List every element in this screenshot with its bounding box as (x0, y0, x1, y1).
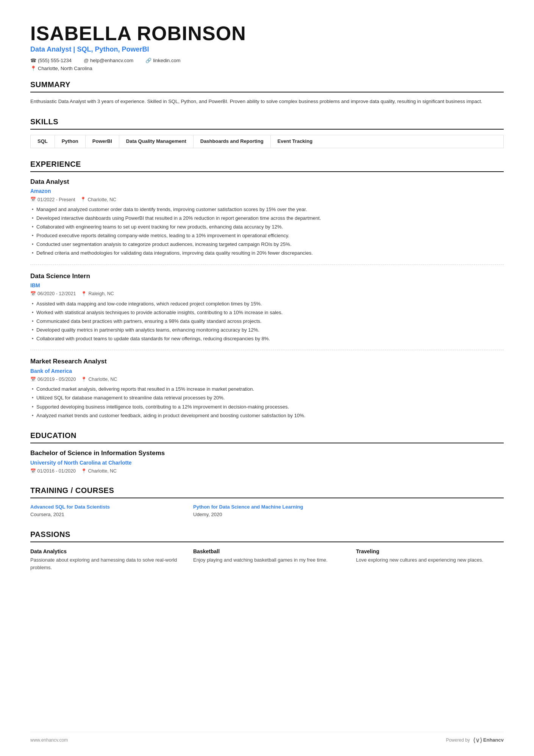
enhancv-logo: ⟨∨⟩ Enhancv (473, 736, 504, 745)
passion-description: Love exploring new cultures and experien… (356, 556, 504, 564)
skill-item: Data Quality Management (119, 135, 194, 148)
pin-icon: 📍 (81, 291, 87, 297)
bullet-item: Supported developing business intelligen… (30, 403, 504, 411)
skills-list: SQLPythonPowerBIData Quality ManagementD… (30, 135, 504, 148)
experience-entries: Data Analyst Amazon 📅 01/2022 - Present … (30, 177, 504, 419)
exp-location: 📍 Raleigh, NC (81, 290, 114, 297)
summary-text: Enthusiastic Data Analyst with 3 years o… (30, 98, 504, 106)
edu-location: 📍 Charlotte, NC (81, 468, 117, 474)
training-provider: Udemy, 2020 (193, 511, 341, 518)
phone-icon: ☎ (30, 57, 36, 64)
passion-description: Enjoy playing and watching basketball ga… (193, 556, 341, 564)
bullet-item: Analyzed market trends and customer feed… (30, 412, 504, 419)
training-provider: Coursera, 2021 (30, 511, 178, 518)
candidate-title: Data Analyst | SQL, Python, PowerBI (30, 44, 504, 54)
edu-meta: 📅 01/2016 - 01/2020 📍 Charlotte, NC (30, 468, 504, 474)
training-item: Python for Data Science and Machine Lear… (193, 504, 341, 518)
bullet-item: Communicated data best practices with pa… (30, 318, 504, 325)
job-title: Market Research Analyst (30, 357, 504, 366)
passion-item: Basketball Enjoy playing and watching ba… (193, 548, 341, 571)
exp-dates: 📅 06/2019 - 05/2020 (30, 376, 76, 383)
bullet-item: Managed and analyzed customer order data… (30, 206, 504, 213)
experience-entry: Data Science Intern IBM 📅 06/2020 - 12/2… (30, 272, 504, 351)
exp-bullets: Conducted market analysis, delivering re… (30, 385, 504, 419)
calendar-icon: 📅 (30, 376, 36, 383)
contact-row: ☎ (555) 555-1234 @ help@enhancv.com 🔗 li… (30, 57, 504, 64)
training-title: TRAINING / COURSES (30, 485, 504, 498)
email-contact: @ help@enhancv.com (84, 57, 133, 64)
skill-item: Dashboards and Reporting (194, 135, 271, 148)
job-title: Data Analyst (30, 177, 504, 187)
skills-title: SKILLS (30, 116, 504, 130)
skills-section: SKILLS SQLPythonPowerBIData Quality Mana… (30, 116, 504, 148)
training-name: Python for Data Science and Machine Lear… (193, 504, 341, 511)
bullet-item: Collaborated with engineering teams to s… (30, 223, 504, 231)
bullet-item: Conducted market analysis, delivering re… (30, 385, 504, 393)
footer-website: www.enhancv.com (30, 737, 68, 743)
bullet-item: Developed quality metrics in partnership… (30, 326, 504, 334)
exp-dates: 📅 01/2022 - Present (30, 196, 75, 203)
skill-item: SQL (31, 135, 55, 148)
passion-item: Traveling Love exploring new cultures an… (356, 548, 504, 571)
exp-dates: 📅 06/2020 - 12/2021 (30, 290, 76, 297)
passions-grid: Data Analytics Passionate about explorin… (30, 548, 504, 571)
exp-location: 📍 Charlotte, NC (81, 376, 117, 383)
education-entry: Bachelor of Science in Information Syste… (30, 449, 504, 474)
page-footer: www.enhancv.com Powered by ⟨∨⟩ Enhancv (30, 732, 504, 745)
bullet-item: Collaborated with product teams to updat… (30, 335, 504, 343)
training-section: TRAINING / COURSES Advanced SQL for Data… (30, 485, 504, 518)
exp-location: 📍 Charlotte, NC (80, 196, 116, 203)
location-row: 📍 Charlotte, North Carolina (30, 65, 504, 72)
candidate-name: ISABELLA ROBINSON (30, 23, 504, 44)
exp-bullets: Assisted with data mapping and low-code … (30, 300, 504, 343)
pin-icon: 📍 (80, 196, 86, 203)
linkedin-icon: 🔗 (145, 57, 151, 64)
company-name: Amazon (30, 187, 504, 195)
location-icon: 📍 (30, 65, 36, 72)
bullet-item: Produced executive reports detailing com… (30, 232, 504, 239)
passion-title: Basketball (193, 548, 341, 555)
summary-section: SUMMARY Enthusiastic Data Analyst with 3… (30, 79, 504, 106)
linkedin-contact: 🔗 linkedin.com (145, 57, 180, 64)
pin-icon: 📍 (81, 376, 87, 383)
calendar-icon: 📅 (30, 468, 36, 474)
bullet-item: Developed interactive dashboards using P… (30, 214, 504, 222)
passion-description: Passionate about exploring and harnessin… (30, 556, 178, 571)
bullet-item: Defined criteria and methodologies for v… (30, 249, 504, 257)
school-name: University of North Carolina at Charlott… (30, 459, 504, 466)
experience-section: EXPERIENCE Data Analyst Amazon 📅 01/2022… (30, 159, 504, 419)
pin-icon: 📍 (81, 468, 87, 474)
degree-title: Bachelor of Science in Information Syste… (30, 449, 504, 458)
exp-bullets: Managed and analyzed customer order data… (30, 206, 504, 257)
exp-meta: 📅 06/2020 - 12/2021 📍 Raleigh, NC (30, 290, 504, 297)
passion-item: Data Analytics Passionate about explorin… (30, 548, 178, 571)
experience-entry: Data Analyst Amazon 📅 01/2022 - Present … (30, 177, 504, 265)
education-section: EDUCATION Bachelor of Science in Informa… (30, 430, 504, 474)
job-title: Data Science Intern (30, 272, 504, 281)
training-name: Advanced SQL for Data Scientists (30, 504, 178, 511)
passion-title: Data Analytics (30, 548, 178, 555)
passion-title: Traveling (356, 548, 504, 555)
experience-title: EXPERIENCE (30, 159, 504, 172)
summary-title: SUMMARY (30, 79, 504, 92)
skill-item: Python (55, 135, 86, 148)
bullet-item: Assisted with data mapping and low-code … (30, 300, 504, 308)
training-grid: Advanced SQL for Data Scientists Courser… (30, 504, 504, 518)
resume-page: ISABELLA ROBINSON Data Analyst | SQL, Py… (0, 0, 534, 756)
company-name: Bank of America (30, 367, 504, 375)
skill-item: PowerBI (86, 135, 119, 148)
education-entries: Bachelor of Science in Information Syste… (30, 449, 504, 474)
calendar-icon: 📅 (30, 196, 36, 203)
experience-entry: Market Research Analyst Bank of America … (30, 357, 504, 419)
passions-section: PASSIONS Data Analytics Passionate about… (30, 529, 504, 571)
training-item: Advanced SQL for Data Scientists Courser… (30, 504, 178, 518)
skill-item: Event Tracking (271, 135, 319, 148)
bullet-item: Utilized SQL for database management to … (30, 394, 504, 402)
header: ISABELLA ROBINSON Data Analyst | SQL, Py… (30, 23, 504, 72)
passions-title: PASSIONS (30, 529, 504, 542)
location-contact: 📍 Charlotte, North Carolina (30, 65, 92, 72)
enhancv-logo-icon: ⟨∨⟩ (473, 736, 482, 745)
phone-contact: ☎ (555) 555-1234 (30, 57, 72, 64)
edu-dates: 📅 01/2016 - 01/2020 (30, 468, 76, 474)
exp-meta: 📅 01/2022 - Present 📍 Charlotte, NC (30, 196, 504, 203)
